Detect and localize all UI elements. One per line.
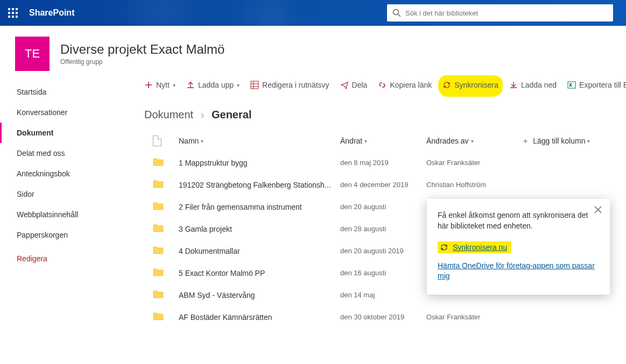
- folder-icon: [153, 289, 164, 299]
- col-modified[interactable]: Ändrat▾: [340, 137, 426, 145]
- app-launcher-button[interactable]: [0, 0, 26, 26]
- nav-webbplatsinnehall[interactable]: Webbplatsinnehåll: [0, 204, 116, 225]
- folder-icon: [153, 179, 164, 189]
- table-row[interactable]: 191202 Strängbetong Falkenberg Stationsh…: [153, 174, 626, 196]
- svg-rect-8: [568, 82, 575, 88]
- plus-icon: [144, 81, 153, 89]
- close-icon[interactable]: [594, 205, 602, 214]
- sync-icon: [442, 81, 451, 89]
- nav-delat[interactable]: Delat med oss: [0, 143, 116, 163]
- search-box[interactable]: [387, 4, 613, 22]
- nav-redigera[interactable]: Redigera: [0, 248, 116, 269]
- copylink-label: Kopiera länk: [390, 81, 432, 89]
- nav-sidor[interactable]: Sidor: [0, 184, 116, 204]
- row-name: AF Bostäder Kämnärsrätten: [179, 313, 340, 322]
- row-name: 2 Filer från gemensamma instrument: [179, 203, 340, 211]
- folder-icon: [153, 223, 164, 233]
- sync-now-link[interactable]: Synkronisera nu: [453, 243, 507, 252]
- crumb-separator: ›: [201, 109, 205, 120]
- row-modified: den 20 augusti: [340, 203, 426, 211]
- list-header: Namn▾ Ändrat▾ Ändrades av▾ Lägg till kol…: [153, 131, 626, 152]
- sync-button[interactable]: Synkronisera: [442, 81, 498, 89]
- svg-point-0: [393, 10, 399, 15]
- folder-icon: [153, 201, 164, 211]
- new-button[interactable]: Nytt ▾: [144, 81, 175, 89]
- chevron-down-icon: ▾: [237, 82, 240, 88]
- download-icon: [509, 81, 518, 89]
- row-modified: den 30 oktober 2019: [340, 313, 426, 321]
- row-name: 1 Mappstruktur bygg: [179, 159, 340, 167]
- chevron-down-icon: ▾: [173, 82, 175, 88]
- table-row[interactable]: AF Bostäder Kämnärsrättenden 30 oktober …: [153, 306, 626, 328]
- table-row[interactable]: 1 Mappstruktur byggden 8 maj 2019Oskar F…: [153, 152, 626, 174]
- row-by: Christian Hoffström: [426, 181, 523, 189]
- folder-icon: [153, 267, 164, 277]
- onedrive-download-link[interactable]: Hämta OneDrive för företag-appen som pas…: [438, 261, 599, 282]
- crumb-root[interactable]: Dokument: [144, 109, 193, 120]
- row-name: 3 Gamla projekt: [179, 225, 340, 233]
- download-button[interactable]: Ladda ned: [509, 81, 557, 89]
- row-modified: den 20 augusti 2019: [340, 247, 426, 255]
- download-label: Ladda ned: [521, 81, 557, 89]
- upload-icon: [186, 81, 195, 89]
- sync-now-highlight: Synkronisera nu: [438, 241, 511, 253]
- grid-label: Redigera i rutnätsvy: [262, 81, 329, 89]
- row-name: 191202 Strängbetong Falkenberg Stationsh…: [179, 181, 340, 189]
- upload-label: Ladda upp: [198, 81, 234, 89]
- copylink-button[interactable]: Kopiera länk: [378, 81, 432, 89]
- chevron-down-icon: ▾: [201, 138, 203, 144]
- chevron-down-icon: ▾: [471, 138, 474, 144]
- nav-dokument[interactable]: Dokument: [0, 123, 116, 143]
- col-name[interactable]: Namn▾: [179, 137, 340, 145]
- sync-icon: [440, 243, 448, 252]
- share-label: Dela: [352, 81, 368, 89]
- site-header: TE Diverse projekt Exact Malmö Offentlig…: [0, 26, 626, 75]
- col-by[interactable]: Ändrades av▾: [426, 137, 523, 145]
- row-name: 5 Exact Kontor Malmö PP: [179, 269, 340, 277]
- excel-label: Exportera till Exc: [579, 81, 626, 89]
- search-input[interactable]: [405, 9, 608, 17]
- nav-startsida[interactable]: Startsida: [0, 82, 116, 102]
- row-name: 4 Dokumentmallar: [179, 247, 340, 255]
- brand-label[interactable]: SharePoint: [29, 8, 74, 18]
- upload-button[interactable]: Ladda upp ▾: [186, 81, 240, 89]
- site-subtitle: Offentlig grupp: [60, 58, 224, 66]
- command-bar: Nytt ▾ Ladda upp ▾ Redigera i rutnätsvy …: [140, 75, 626, 97]
- row-by: Oskar Franksäter: [426, 313, 523, 321]
- crumb-current: General: [212, 109, 251, 120]
- share-button[interactable]: Dela: [340, 81, 368, 89]
- type-column-icon[interactable]: [153, 135, 161, 146]
- sync-callout: Få enkel åtkomst genom att synkronisera …: [427, 199, 610, 295]
- grid-icon: [250, 81, 259, 89]
- folder-icon: [153, 156, 164, 167]
- export-excel-button[interactable]: Exportera till Exc: [567, 81, 626, 89]
- nav-konversationer[interactable]: Konversationer: [0, 102, 116, 123]
- col-add[interactable]: Lägg till kolumn▾: [523, 137, 626, 145]
- row-modified: den 8 maj 2019: [340, 159, 426, 167]
- excel-icon: [567, 81, 576, 89]
- suite-bar: SharePoint: [0, 0, 626, 26]
- waffle-icon: [8, 8, 18, 18]
- folder-icon: [153, 311, 164, 322]
- new-label: Nytt: [156, 81, 170, 89]
- chevron-down-icon: ▾: [587, 138, 590, 144]
- search-icon: [392, 9, 401, 17]
- row-modified: den 14 maj: [340, 291, 426, 299]
- row-modified: den 4 december 2019: [340, 181, 426, 189]
- link-icon: [378, 81, 386, 89]
- svg-rect-4: [251, 81, 258, 89]
- breadcrumb: Dokument › General: [140, 97, 626, 131]
- folder-icon: [153, 245, 164, 255]
- main-area: Nytt ▾ Ladda upp ▾ Redigera i rutnätsvy …: [116, 75, 626, 363]
- site-avatar[interactable]: TE: [15, 37, 50, 71]
- grid-edit-button[interactable]: Redigera i rutnätsvy: [250, 81, 329, 89]
- nav-anteckningsbok[interactable]: Anteckningsbok: [0, 163, 116, 184]
- row-modified: den 28 augusti: [340, 225, 426, 233]
- row-by: Oskar Franksäter: [426, 159, 523, 167]
- site-title[interactable]: Diverse projekt Exact Malmö: [60, 42, 224, 57]
- row-modified: den 16 augusti: [340, 269, 426, 277]
- nav-papperskorgen[interactable]: Papperskorgen: [0, 225, 116, 245]
- row-name: ABM Syd - Västervång: [179, 291, 340, 299]
- left-nav: Startsida Konversationer Dokument Delat …: [0, 75, 116, 363]
- sync-label: Synkronisera: [454, 81, 498, 89]
